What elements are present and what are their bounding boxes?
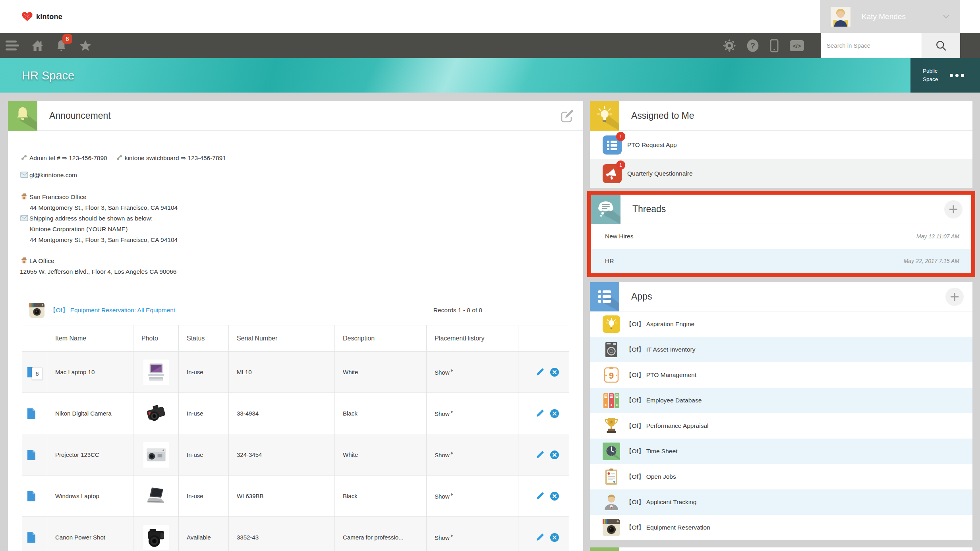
toolbar-right: ? </> [723,33,960,58]
thread-timestamp: May 22, 2017 7:15 AM [904,258,959,264]
col-description: Description [335,325,427,352]
applicant-tracking-icon [603,493,620,511]
delete-record-button[interactable] [550,533,559,542]
kintone-logo[interactable]: kintone [22,12,62,21]
mac-laptop-photo [143,360,169,385]
code-button[interactable]: </> [789,40,804,52]
records-count: Records 1 - 8 of 8 [433,307,482,314]
settings-gear-button[interactable] [723,39,736,52]
show-link[interactable]: Show [435,410,450,417]
app-row-performance-appraisal[interactable]: 【Of】 Performance Appraisal [590,413,972,439]
pto-management-icon: 9 [603,366,620,384]
kintone-logo-icon [22,12,33,21]
performance-appraisal-icon [603,417,620,435]
add-thread-button[interactable] [944,200,963,218]
record-select-cell[interactable] [22,393,47,434]
notifications-button[interactable]: 6 [56,39,67,52]
record-select-cell[interactable]: 6 [22,352,47,393]
delete-record-button[interactable] [550,367,559,377]
search-box [821,33,960,58]
user-menu[interactable]: Katy Mendes [820,0,960,33]
description-cell: White [335,434,427,476]
edit-announcement-button[interactable] [560,108,574,123]
show-link[interactable]: Show [435,493,450,500]
serial-cell: WL639BB [229,476,335,517]
serial-cell: 33-4934 [229,393,335,434]
delete-record-button[interactable] [550,450,559,460]
public-space-button[interactable]: Public Space [923,67,938,84]
edit-record-button[interactable] [536,492,544,500]
equipment-reservation-link[interactable]: 【Of】 Equipment Reservation: All Equipmen… [50,306,175,315]
search-button[interactable] [922,33,960,58]
announcement-sf-block: San Francisco Office 44 Montgomery St., … [20,191,571,245]
app-row-applicant-tracking[interactable]: 【Of】 Applicant Tracking [590,489,972,515]
space-options-ellipsis-button[interactable] [950,74,964,77]
assigned-item-pto-request[interactable]: 1 PTO Request App [590,131,972,159]
file-icon [27,408,36,419]
table-row: Projector 123CC In-use 324-3454 White Sh… [22,434,569,476]
comment-count-badge: 6 [32,367,43,380]
house-icon [20,257,28,263]
search-input[interactable] [821,33,922,58]
delete-record-button[interactable] [550,491,559,501]
app-row-it-asset-inventory[interactable]: 【Of】 IT Asset Inventory [590,337,972,362]
flag-icon [450,451,454,456]
svg-text:9: 9 [609,371,614,381]
app-row-pto-management[interactable]: 9 【Of】 PTO Management [590,362,972,388]
hamburger-menu-button[interactable] [6,40,19,51]
announcement-email-line: gl@kirintone.com [20,170,571,180]
app-row-employee-database[interactable]: 【Of】 Employee Database [590,388,972,413]
col-selector [22,325,47,352]
announcement-tel-line: Admin tel # ⇒ 123-456-7890kintone switch… [20,153,571,163]
serial-cell: ML10 [229,352,335,393]
search-icon [935,40,947,52]
aspiration-engine-icon [603,315,620,333]
edit-record-button[interactable] [536,450,544,459]
thread-row-new-hires[interactable]: New Hires May 13 11:07 AM [591,224,971,249]
add-app-button[interactable] [945,288,964,306]
thread-row-hr[interactable]: HR May 22, 2017 7:15 AM [591,249,971,273]
show-link[interactable]: Show [435,534,450,541]
windows-laptop-photo [143,483,169,509]
file-icon [27,491,36,502]
toolbar: 6 ? </> [0,33,980,58]
app-row-equipment-reservation[interactable]: 【Of】 Equipment Reservation [590,515,972,540]
show-link[interactable]: Show [435,452,450,458]
assigned-item-quarterly-questionnaire[interactable]: 1 Quarterly Questionnaire [590,159,972,188]
delete-record-button[interactable] [550,409,559,418]
employee-database-icon [603,392,620,409]
status-cell: In-use [179,393,229,434]
mobile-button[interactable] [769,39,779,52]
placement-cell: Show [427,476,518,517]
record-select-cell[interactable] [22,517,47,551]
col-photo: Photo [133,325,179,352]
app-row-aspiration-engine[interactable]: 【Of】 Aspiration Engine [590,311,972,337]
thread-name: HR [605,257,614,265]
favorites-button[interactable] [79,39,92,52]
brand-text: kintone [36,12,62,21]
edit-record-button[interactable] [536,409,544,418]
edit-record-button[interactable] [536,368,544,376]
actions-cell [518,517,569,551]
status-cell: In-use [179,434,229,476]
edit-record-button[interactable] [536,533,544,541]
help-button[interactable]: ? [746,39,759,52]
placement-cell: Show [427,517,518,551]
app-row-time-sheet[interactable]: 【Of】 Time Sheet [590,439,972,464]
home-button[interactable] [31,39,44,52]
app-row-open-jobs[interactable]: 【Of】 Open Jobs [590,464,972,489]
item-name-cell: Nikon Digital Camera [47,393,133,434]
table-row: Windows Laptop In-use WL639BB Black Show [22,476,569,517]
flag-icon [450,369,454,373]
actions-cell [518,393,569,434]
announcement-title: Announcement [49,110,111,121]
show-link[interactable]: Show [435,369,450,376]
svg-text:</>: </> [793,43,801,49]
table-row: Canon Power Shot Available 3352-43 Camer… [22,517,569,551]
equipment-reservation-icon [603,519,620,536]
pto-request-app-icon: 1 [603,135,622,155]
record-select-cell[interactable] [22,434,47,476]
user-name: Katy Mendes [862,12,906,21]
record-select-cell[interactable] [22,476,47,517]
serial-cell: 3352-43 [229,517,335,551]
